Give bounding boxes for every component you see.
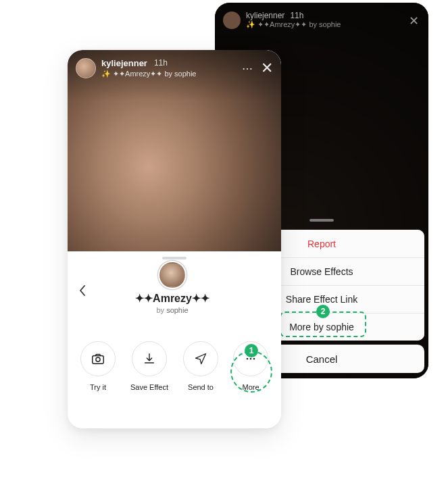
story-user-block: kyliejenner 11h ✨ ✦✦Amrezy✦✦ by sophie xyxy=(246,11,341,29)
back-chevron-icon[interactable] xyxy=(78,284,86,297)
story-header-back: kyliejenner 11h ✨ ✦✦Amrezy✦✦ by sophie xyxy=(223,11,420,29)
camera-icon xyxy=(80,341,116,376)
download-icon xyxy=(132,341,167,376)
sheet-handle[interactable] xyxy=(309,219,334,222)
panel-header: ✦✦Amrezy✦✦ by sophie xyxy=(68,266,281,318)
foreground-phone: kyliejenner 11h ✨ ✦✦Amrezy✦✦ by sophie ⋯… xyxy=(68,50,281,428)
svg-rect-0 xyxy=(93,355,104,364)
creator-name[interactable]: sophie xyxy=(166,306,188,314)
effect-attribution[interactable]: ✨ ✦✦Amrezy✦✦ by sophie xyxy=(101,70,196,78)
close-icon[interactable]: ✕ xyxy=(409,14,419,28)
story-time: 11h xyxy=(154,58,168,68)
avatar xyxy=(223,11,241,29)
send-to-button[interactable]: Send to xyxy=(183,341,218,391)
effect-byline[interactable]: by sophie xyxy=(86,306,258,314)
avatar[interactable] xyxy=(76,58,96,78)
effect-info: ✦✦Amrezy✦✦ by sophie xyxy=(86,262,258,314)
action-label: More xyxy=(242,383,259,391)
username[interactable]: kyliejenner xyxy=(101,58,147,68)
step-badge-1: 1 xyxy=(245,344,258,357)
svg-point-1 xyxy=(96,357,100,361)
username: kyliejenner xyxy=(246,11,284,20)
creator-avatar[interactable] xyxy=(159,262,185,288)
save-effect-button[interactable]: Save Effect xyxy=(130,341,168,391)
story-gradient xyxy=(68,50,281,251)
action-label: Try it xyxy=(90,383,106,391)
action-label: Save Effect xyxy=(130,383,168,391)
svg-point-4 xyxy=(253,358,255,360)
send-icon xyxy=(183,341,218,376)
story-user-block: kyliejenner 11h ✨ ✦✦Amrezy✦✦ by sophie xyxy=(101,58,196,78)
effect-name: ✦✦Amrezy✦✦ xyxy=(86,292,258,305)
svg-point-3 xyxy=(250,358,252,360)
effect-panel: ✦✦Amrezy✦✦ by sophie Try it Save Effect xyxy=(68,251,281,428)
step-badge-2: 2 xyxy=(316,305,330,318)
story-time: 11h xyxy=(290,11,303,20)
story-area: kyliejenner 11h ✨ ✦✦Amrezy✦✦ by sophie ⋯… xyxy=(68,50,281,251)
try-it-button[interactable]: Try it xyxy=(80,341,116,391)
close-icon[interactable]: ✕ xyxy=(261,59,273,77)
panel-handle[interactable] xyxy=(162,257,186,259)
effect-attribution: ✨ ✦✦Amrezy✦✦ by sophie xyxy=(246,20,341,29)
action-label: Send to xyxy=(188,383,214,391)
svg-point-2 xyxy=(247,358,249,360)
by-prefix: by xyxy=(156,306,166,314)
kebab-icon[interactable]: ⋯ xyxy=(242,62,254,75)
